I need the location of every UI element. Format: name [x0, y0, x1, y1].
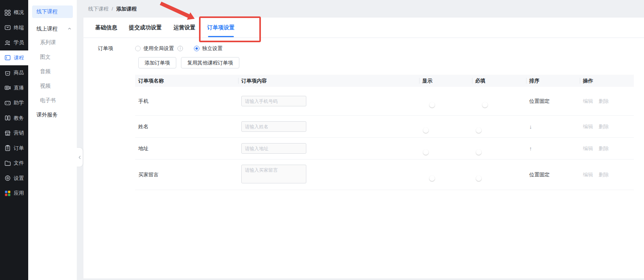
column-header-show: 显示 — [419, 75, 472, 87]
sidebar-item-ebook[interactable]: 电子书 — [28, 93, 77, 108]
edit-link[interactable]: 编辑 — [583, 123, 593, 130]
column-header-required: 必填 — [472, 75, 526, 87]
sidebar-item-study-aid[interactable]: 助学 — [0, 95, 28, 111]
sidebar-item-live[interactable]: 直播 — [0, 81, 28, 96]
radio-use-global-settings[interactable]: 使用全局设置 — [135, 45, 183, 52]
sidebar-item-video[interactable]: 视频 — [28, 79, 77, 93]
sidebar-item-image-text[interactable]: 图文 — [28, 50, 77, 64]
table-row: 姓名 ↓ 编辑 删除 — [135, 116, 634, 138]
delete-link[interactable]: 删除 — [599, 171, 609, 178]
sort-value: 位置固定 — [526, 171, 580, 178]
terminal-device-icon — [4, 24, 11, 31]
row-actions: 编辑 删除 — [580, 171, 634, 178]
sidebar-item-overview[interactable]: 概况 — [0, 5, 28, 20]
order-item-form-row: 订单项 使用全局设置 独立设置 — [98, 45, 644, 52]
sidebar-item-students[interactable]: 学员 — [0, 35, 28, 50]
name-input[interactable] — [241, 121, 306, 132]
sidebar-item-label: 概况 — [14, 9, 24, 16]
table-row: 手机 位置固定 编辑 删除 — [135, 87, 634, 116]
sidebar-item-goods[interactable]: 商品 — [0, 65, 28, 81]
sort-down-arrow[interactable]: ↓ — [526, 124, 580, 130]
row-actions: 编辑 删除 — [580, 123, 634, 130]
sidebar-collapse-handle[interactable] — [77, 148, 83, 167]
sidebar-item-audio[interactable]: 音频 — [28, 64, 77, 79]
sidebar-item-extracurricular[interactable]: 课外服务 — [28, 108, 77, 122]
sub-item-label: 系列课 — [40, 39, 56, 46]
breadcrumb-current: 添加课程 — [116, 5, 137, 13]
order-item-name: 地址 — [135, 145, 238, 152]
sidebar-item-settings[interactable]: 设置 — [0, 171, 28, 186]
primary-sidebar: 概况 终端 学员 课程 商品 直播 助学 — [0, 0, 28, 280]
address-input[interactable] — [241, 143, 306, 154]
tab-bar: 基础信息 提交成功设置 运营设置 订单项设置 — [83, 18, 644, 38]
delete-link[interactable]: 删除 — [599, 145, 609, 152]
tab-order-item-settings[interactable]: 订单项设置 — [207, 18, 235, 38]
sidebar-item-label: 营销 — [14, 129, 24, 136]
buyer-message-textarea[interactable] — [241, 165, 306, 183]
sidebar-item-apps[interactable]: 应用 — [0, 186, 28, 201]
sidebar-item-academic[interactable]: 教务 — [0, 111, 28, 126]
sub-item-label: 视频 — [40, 83, 51, 90]
content-card: 基础信息 提交成功设置 运营设置 订单项设置 订单项 使用全局设置 独立设置 添… — [83, 18, 644, 278]
live-camera-icon — [4, 84, 11, 91]
copy-order-items-button[interactable]: 复用其他课程订单项 — [181, 57, 239, 68]
main-content: 线下课程 / 添加课程 基础信息 提交成功设置 运营设置 订单项设置 订单项 使… — [77, 0, 644, 280]
sub-item-label: 音频 — [40, 68, 51, 75]
row-actions: 编辑 删除 — [580, 98, 634, 105]
breadcrumb-parent[interactable]: 线下课程 — [88, 5, 109, 13]
delete-link[interactable]: 删除 — [599, 98, 609, 105]
order-items-table: 订单项名称 订单项内容 显示 必填 排序 操作 手机 位置固定 编辑 删除 — [135, 75, 634, 190]
sidebar-item-series-course[interactable]: 系列课 — [28, 35, 77, 50]
edit-link[interactable]: 编辑 — [583, 98, 593, 105]
item-label: 课外服务 — [36, 111, 58, 118]
table-row: 买家留言 位置固定 编辑 删除 — [135, 160, 634, 190]
sidebar-item-label: 学员 — [14, 39, 24, 46]
sort-up-arrow[interactable]: ↑ — [526, 145, 580, 152]
tab-operation-settings[interactable]: 运营设置 — [174, 18, 195, 38]
order-item-name: 姓名 — [135, 123, 238, 130]
order-item-label: 订单项 — [98, 45, 135, 52]
sidebar-item-label: 教务 — [14, 115, 24, 122]
edit-link[interactable]: 编辑 — [583, 171, 593, 178]
radio-independent-settings[interactable]: 独立设置 — [194, 45, 223, 52]
sidebar-item-courses[interactable]: 课程 — [0, 50, 28, 66]
radio-label: 使用全局设置 — [143, 45, 174, 52]
active-item-label: 线下课程 — [36, 8, 58, 15]
delete-link[interactable]: 删除 — [599, 123, 609, 130]
sidebar-item-label: 应用 — [14, 190, 24, 197]
academic-books-icon — [4, 115, 11, 121]
settings-gear-icon — [4, 175, 11, 181]
group-label: 线上课程 — [36, 25, 58, 32]
sidebar-item-offline-courses[interactable]: 线下课程 — [32, 5, 73, 18]
sidebar-item-files[interactable]: 文件 — [0, 156, 28, 171]
info-icon[interactable] — [177, 46, 183, 51]
sidebar-group-online-courses[interactable]: 线上课程 — [28, 22, 77, 35]
tab-submit-success-settings[interactable]: 提交成功设置 — [129, 18, 162, 38]
radio-circle-icon[interactable] — [135, 46, 141, 51]
sidebar-item-terminal[interactable]: 终端 — [0, 20, 28, 36]
phone-input[interactable] — [241, 96, 306, 106]
sidebar-item-orders[interactable]: 订单 — [0, 141, 28, 156]
edit-link[interactable]: 编辑 — [583, 145, 593, 152]
table-actions-row: 添加订单项 复用其他课程订单项 — [138, 57, 644, 68]
sidebar-item-marketing[interactable]: 营销 — [0, 126, 28, 141]
sidebar-item-label: 文件 — [14, 160, 24, 167]
marketing-shop-icon — [4, 130, 11, 136]
sort-value: 位置固定 — [526, 98, 580, 105]
add-order-item-button[interactable]: 添加订单项 — [138, 57, 176, 68]
secondary-sidebar: 线下课程 线上课程 系列课 图文 音频 视频 电子书 课外服务 — [28, 0, 77, 280]
breadcrumb-separator: / — [112, 6, 113, 12]
column-header-sort: 排序 — [526, 75, 580, 87]
overview-grid-icon — [4, 9, 11, 16]
sidebar-item-label: 课程 — [14, 54, 24, 61]
order-clipboard-icon — [4, 145, 11, 151]
course-board-icon — [4, 54, 11, 61]
sidebar-item-label: 助学 — [14, 99, 24, 106]
tab-basic-info[interactable]: 基础信息 — [95, 18, 117, 38]
file-folder-icon — [4, 160, 11, 167]
radio-circle-checked-icon[interactable] — [194, 46, 199, 51]
apps-colored-icon — [4, 190, 11, 197]
sidebar-item-label: 直播 — [14, 84, 24, 92]
chevron-left-icon — [78, 155, 81, 160]
goods-bag-icon — [4, 70, 11, 76]
